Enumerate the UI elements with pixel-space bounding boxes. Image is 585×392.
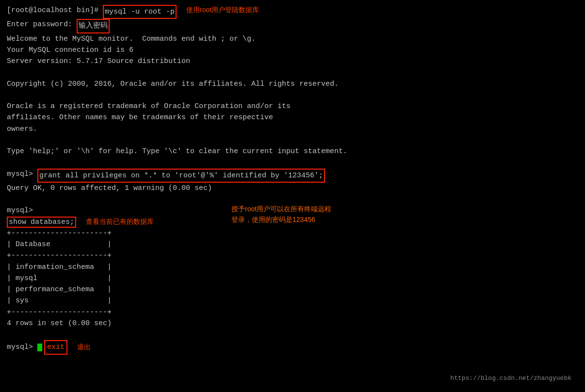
grant-prefix: mysql>	[7, 169, 37, 180]
grant-annotation-1: 授予root用户可以在所有终端远程	[231, 204, 331, 215]
line-welcome: Welcome to the MySQL monitor. Commands e…	[7, 33, 578, 45]
line-show-databases: mysql> show databases;查看当前已有的数据库 授予root用…	[7, 205, 578, 228]
table-footer: 4 rows in set (0.00 sec)	[7, 318, 578, 329]
login-annotation: 使用root用户登陆数据库	[186, 5, 259, 16]
table-row-3: | performance_schema |	[7, 284, 578, 295]
table-border-bottom: +----------------------+	[7, 307, 578, 318]
line-oracle-2: affiliates. Other names may be trademark…	[7, 112, 578, 123]
line-empty-1	[7, 67, 578, 78]
terminal: [root@localhost bin]# mysql -u root -p 使…	[7, 5, 578, 387]
line-empty-3	[7, 135, 578, 146]
exit-cmd: exit	[47, 343, 65, 351]
show-annotation: 查看当前已有的数据库	[86, 218, 154, 225]
line-empty-2	[7, 90, 578, 101]
login-cmd-highlight: mysql -u root -p	[103, 5, 177, 19]
password-prefix: Enter password:	[7, 19, 77, 30]
exit-cmd-highlight: exit	[44, 340, 67, 354]
line-grant: mysql> grant all privileges on *.* to 'r…	[7, 169, 578, 183]
line-password: Enter password: 输入密码	[7, 19, 578, 33]
line-copyright: Copyright (c) 2000, 2016, Oracle and/or …	[7, 78, 578, 90]
line-empty-4	[7, 157, 578, 168]
cursor-block	[37, 344, 42, 351]
show-cmd-area: mysql> show databases;查看当前已有的数据库	[7, 205, 154, 228]
show-prefix: mysql>	[7, 205, 154, 216]
exit-label: 退出	[77, 342, 91, 353]
line-server-version: Server version: 5.7.17 Source distributi…	[7, 56, 578, 67]
table-row-1: | information_schema |	[7, 262, 578, 273]
line-grant-result: Query OK, 0 rows affected, 1 warning (0.…	[7, 183, 578, 194]
show-cmd-highlight: show databases;	[7, 217, 76, 228]
line-oracle-1: Oracle is a registered trademark of Orac…	[7, 101, 578, 112]
csdn-url: https://blog.csdn.net/zhangyuebk	[450, 374, 571, 383]
table-row-4: | sys |	[7, 295, 578, 306]
grant-annotation-2: 登录，使用的密码是123456	[231, 215, 331, 225]
line-connection-id: Your MySQL connection id is 6	[7, 45, 578, 56]
grant-cmd-highlight: grant all privileges on *.* to 'root'@'%…	[37, 169, 325, 183]
grant-annotation-area: 授予root用户可以在所有终端远程 登录，使用的密码是123456	[231, 204, 331, 225]
line-empty-6	[7, 329, 578, 340]
line-type-help: Type 'help;' or '\h' for help. Type '\c'…	[7, 146, 578, 157]
table-border-top: +----------------------+	[7, 228, 578, 239]
login-prefix: [root@localhost bin]#	[7, 5, 103, 16]
exit-prefix: mysql>	[7, 342, 37, 353]
table-border-mid: +----------------------+	[7, 250, 578, 261]
line-oracle-3: owners.	[7, 124, 578, 135]
password-annotation-highlight: 输入密码	[77, 19, 110, 33]
line-exit: mysql> exit 退出	[7, 340, 578, 354]
line-login-cmd: [root@localhost bin]# mysql -u root -p 使…	[7, 5, 578, 19]
line-empty-5	[7, 194, 578, 205]
table-header-row: | Database |	[7, 239, 578, 250]
table-row-2: | mysql |	[7, 273, 578, 284]
